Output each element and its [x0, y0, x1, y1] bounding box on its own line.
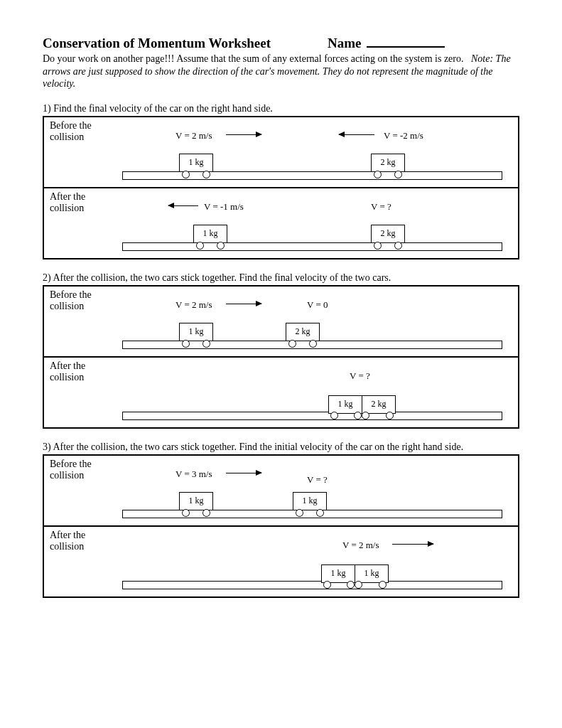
track: [122, 510, 502, 518]
wheel-icon: [309, 340, 317, 348]
wheel-icon: [394, 242, 402, 250]
before-label: Before the collision: [50, 459, 114, 483]
car-mass: 2 kg: [381, 157, 396, 168]
velocity-label: V = ?: [350, 370, 370, 382]
joined-cars: 1 kg 2 kg: [328, 395, 396, 412]
wheel-icon: [379, 581, 387, 589]
car-1: 1 kg: [179, 492, 213, 510]
after-label: After the collision: [50, 191, 114, 215]
problem-2-box: Before the collision V = 2 m/s 1 kg V = …: [43, 285, 519, 429]
wheel-icon: [330, 412, 338, 419]
instructions-text: Do your work on another page!!! Assume t…: [43, 53, 464, 64]
worksheet-title: Conservation of Momentum Worksheet: [43, 36, 271, 51]
track: [122, 242, 502, 251]
wheel-icon: [355, 581, 362, 589]
velocity-label: V = 2 m/s: [175, 130, 212, 141]
question-2-text: 2) After the collision, the two cars sti…: [43, 272, 519, 284]
wheel-icon: [323, 581, 331, 589]
instructions: Do your work on another page!!! Assume t…: [43, 53, 519, 90]
arrow-right-icon: [226, 304, 261, 304]
car-2: 2 kg: [371, 154, 405, 172]
car-mass: 2 kg: [381, 228, 396, 239]
problem-1-box: Before the collision V = 2 m/s 1 kg V = …: [43, 116, 519, 259]
velocity-label: V = -2 m/s: [384, 130, 423, 141]
velocity-label: V = ?: [307, 474, 328, 486]
wheel-icon: [182, 340, 190, 348]
problem-3-after-panel: After the collision V = 2 m/s 1 kg 1 kg: [44, 525, 518, 596]
wheel-icon: [316, 509, 324, 517]
joined-cars: 1 kg 1 kg: [321, 564, 389, 582]
arrow-right-icon: [226, 134, 261, 135]
velocity-label: V = 2 m/s: [175, 299, 212, 311]
car-mass: 1 kg: [189, 326, 204, 337]
car-mass: 1 kg: [189, 496, 204, 506]
car-mass-1: 1 kg: [328, 395, 362, 414]
car-mass-2: 2 kg: [362, 395, 396, 414]
car-mass: 2 kg: [296, 326, 310, 337]
problem-3-box: Before the collision V = 3 m/s 1 kg V = …: [43, 454, 519, 598]
velocity-label: V = 2 m/s: [342, 540, 379, 551]
problem-2-before-panel: Before the collision V = 2 m/s 1 kg V = …: [44, 287, 518, 356]
before-label: Before the collision: [50, 120, 114, 144]
wheel-icon: [202, 509, 210, 517]
wheel-icon: [217, 242, 225, 250]
velocity-label: V = 0: [307, 299, 328, 311]
car-2: 2 kg: [286, 323, 320, 341]
after-label: After the collision: [50, 360, 114, 385]
car-1: 1 kg: [179, 154, 213, 172]
wheel-icon: [288, 340, 296, 348]
arrow-left-icon: [339, 134, 374, 135]
car-mass: 1 kg: [189, 157, 204, 168]
wheel-icon: [296, 509, 303, 517]
name-blank-line[interactable]: [367, 46, 445, 48]
car-mass: 1 kg: [203, 228, 218, 239]
car-mass-1: 1 kg: [321, 564, 355, 583]
track: [122, 171, 502, 180]
velocity-label: V = -1 m/s: [204, 201, 244, 213]
arrow-left-icon: [168, 205, 198, 206]
wheel-icon: [386, 412, 394, 419]
wheel-icon: [202, 171, 210, 178]
question-1-text: 1) Find the final velocity of the car on…: [43, 103, 519, 114]
name-label: Name: [328, 36, 361, 50]
wheel-icon: [374, 242, 382, 250]
name-field: Name: [328, 36, 445, 51]
wheel-icon: [354, 412, 362, 419]
wheel-icon: [182, 509, 190, 517]
wheel-icon: [202, 340, 210, 348]
wheel-icon: [374, 171, 382, 178]
track: [122, 412, 502, 420]
wheel-icon: [182, 171, 190, 178]
after-label: After the collision: [50, 530, 114, 554]
wheel-icon: [196, 242, 204, 250]
wheel-icon: [347, 581, 355, 589]
before-label: Before the collision: [50, 289, 114, 314]
car-2: 2 kg: [371, 225, 405, 243]
arrow-right-icon: [392, 544, 433, 545]
car-1: 1 kg: [193, 225, 227, 243]
car-mass-2: 1 kg: [355, 564, 389, 583]
car-2: 1 kg: [293, 492, 327, 510]
problem-3-before-panel: Before the collision V = 3 m/s 1 kg V = …: [44, 456, 518, 525]
wheel-icon: [362, 412, 369, 419]
problem-1-after-panel: After the collision V = -1 m/s 1 kg V = …: [44, 187, 518, 258]
track: [122, 581, 502, 589]
wheel-icon: [394, 171, 402, 178]
problem-1-before-panel: Before the collision V = 2 m/s 1 kg V = …: [44, 117, 518, 187]
velocity-label: V = ?: [371, 201, 391, 213]
header: Conservation of Momentum Worksheet Name: [43, 36, 519, 51]
velocity-label: V = 3 m/s: [175, 469, 212, 480]
car-mass: 1 kg: [303, 496, 318, 506]
arrow-right-icon: [226, 473, 261, 473]
problem-2-after-panel: After the collision V = ? 1 kg 2 kg: [44, 356, 518, 427]
car-1: 1 kg: [179, 323, 213, 341]
question-3-text: 3) After the collision, the two cars sti…: [43, 441, 519, 453]
